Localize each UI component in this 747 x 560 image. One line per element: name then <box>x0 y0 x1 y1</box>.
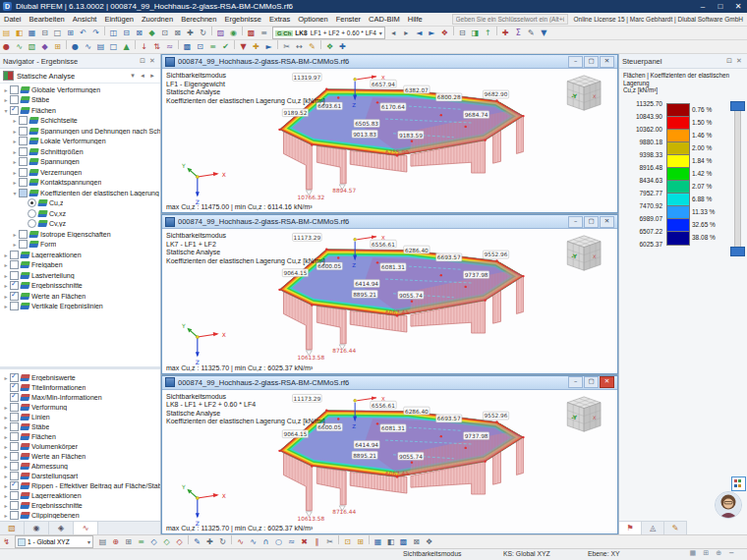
checkbox[interactable] <box>10 85 19 94</box>
checkbox[interactable] <box>10 422 19 431</box>
tree-item[interactable]: ▸Lagerreaktionen <box>0 250 160 260</box>
expand-icon[interactable]: ▸ <box>2 303 10 309</box>
next-icon[interactable]: ▸ <box>147 72 157 80</box>
navigation-cube[interactable]: -Y X <box>567 397 601 431</box>
tree-item[interactable]: ▸Stäbe <box>0 421 160 431</box>
plane-xy-icon[interactable]: ◇ <box>147 535 160 548</box>
support-icon[interactable]: ▲ <box>120 40 133 53</box>
search-input[interactable] <box>452 14 568 25</box>
expand-icon[interactable]: ▸ <box>2 433 10 440</box>
tree-item[interactable]: ▸Werte an Flächen <box>0 291 160 302</box>
pin-icon[interactable]: ⊡ <box>724 57 734 65</box>
line-icon[interactable]: ∿ <box>82 40 94 53</box>
checkbox[interactable] <box>10 393 19 402</box>
expand-icon[interactable]: ▸ <box>11 148 19 155</box>
menu-zuordnen[interactable]: Zuordnen <box>138 13 177 26</box>
new-icon[interactable]: ▤ <box>0 27 13 39</box>
tree-item[interactable]: ▸Volumenkörper <box>0 441 160 451</box>
tree-item[interactable]: ▸Spannungen und Dehnungen nach Schichtdi… <box>0 126 160 137</box>
zoom-box-icon[interactable]: ⊠ <box>171 27 184 39</box>
copy-icon[interactable]: ⊞ <box>64 27 77 39</box>
radio-button[interactable] <box>28 209 36 218</box>
redo-icon[interactable]: ↷ <box>89 27 102 39</box>
menu-fenster[interactable]: Fenster <box>332 13 365 26</box>
render-mode-icon[interactable]: ▦ <box>372 535 384 548</box>
snap-icon[interactable]: ⊕ <box>109 535 122 548</box>
checkbox[interactable] <box>19 240 28 249</box>
checkbox[interactable] <box>10 260 19 269</box>
expand-icon[interactable]: ▸ <box>2 502 10 509</box>
navigator-tab-1[interactable]: ◉ <box>25 522 49 534</box>
expand-icon[interactable]: ▸ <box>2 252 10 258</box>
show-results-icon[interactable]: ❖ <box>438 27 451 39</box>
zoom-all-icon[interactable]: ⊡ <box>158 27 171 39</box>
move-obj-icon[interactable]: ✚ <box>203 535 216 548</box>
navigator-tab-0[interactable]: ▧ <box>0 522 25 534</box>
expand-icon[interactable]: ▸ <box>11 158 19 165</box>
result-next-icon[interactable]: ► <box>426 27 438 39</box>
expand-icon[interactable]: ▸ <box>11 231 19 238</box>
checkbox[interactable] <box>10 472 19 480</box>
panel-toggle-icon[interactable]: ◨ <box>469 27 482 39</box>
viewport-canvas[interactable]: SichtbarkeitsmodusLK7 - LF1 + LF2Statisc… <box>162 229 617 372</box>
sel-solids-icon[interactable]: ◆ <box>38 40 51 53</box>
expand-icon[interactable]: ▸ <box>2 374 10 381</box>
expand-icon[interactable]: ▸ <box>2 86 10 93</box>
panel-tab-0[interactable]: ⚑ <box>619 522 642 534</box>
menu-datei[interactable]: Datei <box>0 13 26 26</box>
select-all-icon[interactable]: ⊞ <box>354 535 367 548</box>
tree-item[interactable]: Max/Min-Informationen <box>0 392 160 402</box>
viewport-titlebar[interactable]: 000874_99_Hochhaus-2-glass-RSA-BM-CMMoS.… <box>162 376 617 390</box>
menu-optionen[interactable]: Optionen <box>294 13 331 26</box>
viewport-minimize-icon[interactable]: – <box>568 216 583 228</box>
menu-cadbim[interactable]: CAD-BIM <box>365 13 404 26</box>
tree-item[interactable]: ▸Lagerreaktionen <box>0 490 160 500</box>
tree-item[interactable]: ▸Globale Verformungen <box>0 84 160 95</box>
results-onoff-icon[interactable]: ▼ <box>237 40 250 53</box>
sel-lines-icon[interactable]: ∿ <box>13 40 26 53</box>
checkbox[interactable] <box>10 95 19 104</box>
radio-button[interactable] <box>28 219 36 228</box>
radio-button[interactable] <box>28 198 36 207</box>
close-icon[interactable]: ✕ <box>734 57 744 65</box>
osnap-state-icon[interactable]: ⊕ <box>716 549 721 557</box>
pin-icon[interactable]: ⊡ <box>138 57 147 65</box>
window-new-icon[interactable]: ◫ <box>107 27 120 39</box>
tree-item[interactable]: ▸Isotrope Eigenschaften <box>0 229 160 240</box>
tree-item[interactable]: ▾Flächen <box>0 105 160 116</box>
checkbox[interactable] <box>10 501 19 510</box>
move-icon[interactable]: ✚ <box>184 27 197 39</box>
tree-item[interactable]: ▸Spannungen <box>0 157 160 168</box>
checkbox[interactable] <box>19 189 28 197</box>
expand-icon[interactable]: ▸ <box>2 414 10 420</box>
coordinate-system-combobox[interactable]: 1 - Global XYZ ▾ <box>15 535 93 548</box>
surface-icon[interactable]: ▤ <box>94 40 107 53</box>
expand-icon[interactable]: ▸ <box>2 482 10 489</box>
checkbox[interactable] <box>10 452 19 461</box>
edit-mode-icon[interactable]: ✎ <box>191 535 203 548</box>
checkbox[interactable] <box>10 383 19 392</box>
navigation-cube[interactable]: -Y X <box>567 236 601 270</box>
legend-slider-track[interactable] <box>734 103 741 254</box>
expand-icon[interactable]: ▸ <box>2 463 10 470</box>
tree-item[interactable]: ▸Werte an Flächen <box>0 451 160 461</box>
expand-icon[interactable]: ▸ <box>11 138 19 144</box>
calculate-icon[interactable]: ≡ <box>206 40 219 53</box>
viewport-titlebar[interactable]: 000874_99_Hochhaus-2-glass-RSA-BM-CMMoS.… <box>162 215 617 229</box>
grid-state-icon[interactable]: ⊞ <box>703 549 709 557</box>
divide-icon[interactable]: ∥ <box>311 535 323 548</box>
checkbox[interactable] <box>10 292 19 301</box>
checkbox[interactable] <box>10 462 19 471</box>
load-case-combobox[interactable]: G Ch LK8 LF1 + LF2 + 0.60 * LF4 ▾ <box>272 27 385 39</box>
undo-icon[interactable]: ↶ <box>77 27 89 39</box>
print-graphic-icon[interactable]: ⊟ <box>456 27 469 39</box>
checkbox[interactable] <box>10 403 19 412</box>
open-icon[interactable]: ◧ <box>13 27 26 39</box>
expand-icon[interactable]: ▸ <box>2 282 10 289</box>
checkbox[interactable] <box>10 106 19 115</box>
plane-xz-icon[interactable]: ◇ <box>173 535 186 548</box>
select-box-icon[interactable]: ⊡ <box>341 535 354 548</box>
expand-icon[interactable]: ▸ <box>11 179 19 186</box>
close-icon[interactable]: ✕ <box>729 0 747 13</box>
viewport-restore-icon[interactable]: ▢ <box>584 216 599 228</box>
